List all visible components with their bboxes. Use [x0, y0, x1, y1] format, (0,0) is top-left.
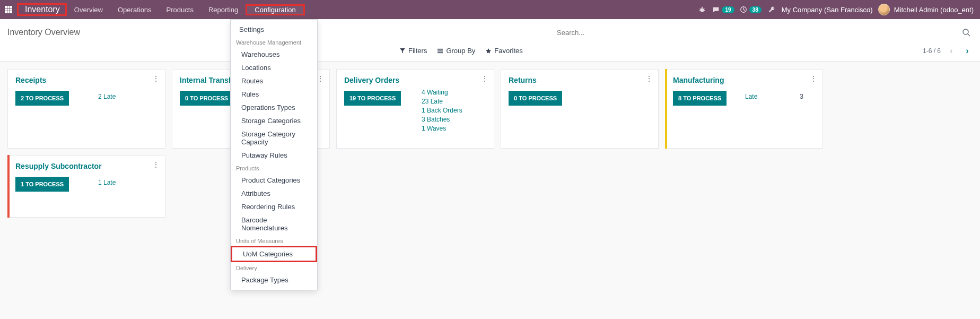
company-selector[interactable]: My Company (San Francisco) [782, 6, 873, 14]
late-link[interactable]: 1 Late [98, 179, 116, 186]
pager-text: 1-6 / 6 [923, 47, 941, 55]
dd-reordering-rules[interactable]: Reordering Rules [231, 200, 317, 213]
pager-prev[interactable]: ‹ [946, 46, 957, 56]
late-link[interactable]: 2 Late [98, 93, 116, 100]
svg-rect-6 [5, 11, 7, 13]
svg-line-17 [968, 34, 970, 36]
process-button[interactable]: 0 TO PROCESS [180, 91, 233, 106]
backorders-link[interactable]: 1 Back Orders [422, 107, 462, 114]
favorites-button[interactable]: Favorites [486, 47, 522, 55]
card-menu-icon[interactable]: ⋮ [152, 161, 160, 168]
dd-package-types[interactable]: Package Types [231, 273, 317, 287]
main-nav: Overview Operations Products Reporting C… [67, 0, 305, 19]
card-menu-icon[interactable]: ⋮ [645, 75, 653, 82]
dd-header-warehouse: Warehouse Management [231, 36, 317, 48]
page-title: Inventory Overview [7, 28, 80, 37]
batches-link[interactable]: 3 Batches [422, 116, 462, 123]
dd-uom-categories[interactable]: UoM Categories [231, 246, 317, 262]
brand-label[interactable]: Inventory [20, 3, 65, 16]
svg-rect-10 [702, 7, 703, 8]
card-menu-icon[interactable]: ⋮ [481, 75, 488, 82]
dd-header-products: Products [231, 162, 317, 174]
card-title[interactable]: Receipts [15, 76, 158, 84]
svg-rect-8 [10, 11, 12, 13]
dd-attributes[interactable]: Attributes [231, 187, 317, 200]
dd-barcode[interactable]: Barcode Nomenclatures [231, 213, 317, 235]
late-count: 3 [800, 93, 803, 100]
nav-products[interactable]: Products [159, 0, 201, 19]
brand-highlight: Inventory [17, 3, 67, 16]
card-returns: Returns ⋮ 0 TO PROCESS [501, 69, 659, 149]
dd-warehouses[interactable]: Warehouses [231, 48, 317, 61]
card-title[interactable]: Resupply Subcontractor [15, 162, 158, 170]
dd-product-categories[interactable]: Product Categories [231, 174, 317, 187]
filters-button[interactable]: Filters [400, 47, 427, 55]
groupby-button[interactable]: Group By [438, 47, 475, 55]
card-manufacturing: Manufacturing ⋮ 8 TO PROCESS Late 3 [665, 69, 823, 149]
waves-link[interactable]: 1 Waves [422, 125, 462, 132]
toolbar: Filters Group By Favorites 1-6 / 6 ‹ › [0, 40, 980, 62]
process-button[interactable]: 8 TO PROCESS [673, 91, 727, 106]
chat-count: 19 [722, 6, 734, 13]
card-title[interactable]: Manufacturing [673, 76, 815, 84]
dd-operations-types[interactable]: Operations Types [231, 101, 317, 114]
groupby-label: Group By [446, 47, 475, 55]
filters-label: Filters [408, 47, 427, 55]
search-icon[interactable] [960, 28, 973, 37]
svg-rect-2 [10, 6, 12, 8]
activity-count: 38 [749, 6, 762, 13]
process-button[interactable]: 1 TO PROCESS [15, 177, 69, 192]
late-link[interactable]: 23 Late [422, 98, 462, 105]
svg-rect-1 [7, 6, 10, 8]
apps-icon[interactable] [0, 0, 17, 19]
card-title[interactable]: Delivery Orders [344, 76, 486, 84]
svg-rect-19 [438, 50, 443, 51]
nav-configuration-highlight: Configuration [246, 4, 304, 15]
svg-point-9 [701, 8, 704, 12]
card-menu-icon[interactable]: ⋮ [317, 75, 324, 82]
nav-configuration[interactable]: Configuration [247, 6, 303, 14]
pager-next[interactable]: › [962, 46, 973, 56]
svg-rect-4 [7, 8, 10, 11]
card-delivery-orders: Delivery Orders ⋮ 19 TO PROCESS 4 Waitin… [336, 69, 494, 149]
dd-header-delivery: Delivery [231, 262, 317, 273]
svg-line-11 [700, 8, 701, 10]
nav-overview[interactable]: Overview [67, 0, 110, 19]
dd-storage-categories[interactable]: Storage Categories [231, 114, 317, 127]
topbar: Inventory Overview Operations Products R… [0, 0, 980, 19]
process-button[interactable]: 0 TO PROCESS [509, 91, 562, 106]
dd-settings[interactable]: Settings [231, 23, 317, 36]
svg-point-16 [963, 29, 968, 35]
search-input[interactable] [557, 28, 960, 37]
dd-putaway-rules[interactable]: Putaway Rules [231, 149, 317, 162]
configuration-dropdown: Settings Warehouse Management Warehouses… [230, 19, 318, 290]
svg-rect-20 [438, 52, 443, 53]
nav-operations[interactable]: Operations [110, 0, 159, 19]
wrench-icon[interactable] [767, 5, 776, 14]
dd-rules[interactable]: Rules [231, 88, 317, 101]
process-button[interactable]: 19 TO PROCESS [344, 91, 401, 106]
activity-badge[interactable]: 38 [740, 6, 762, 13]
kanban-board: Receipts ⋮ 2 TO PROCESS 2 Late Internal … [0, 62, 980, 225]
user-menu[interactable]: Mitchell Admin (odoo_ent) [878, 4, 974, 15]
topbar-right: 19 38 My Company (San Francisco) Mitchel… [697, 0, 980, 19]
dd-storage-capacity[interactable]: Storage Category Capacity [231, 127, 317, 149]
card-title[interactable]: Returns [509, 76, 651, 84]
svg-rect-7 [7, 11, 10, 13]
svg-rect-0 [5, 6, 7, 8]
subhead: Inventory Overview [0, 19, 980, 40]
card-receipts: Receipts ⋮ 2 TO PROCESS 2 Late [7, 69, 165, 149]
dd-locations[interactable]: Locations [231, 61, 317, 74]
late-link[interactable]: Late [745, 93, 757, 100]
waiting-link[interactable]: 4 Waiting [422, 89, 462, 96]
nav-reporting[interactable]: Reporting [201, 0, 246, 19]
dd-routes[interactable]: Routes [231, 74, 317, 88]
card-menu-icon[interactable]: ⋮ [152, 75, 160, 82]
bug-icon[interactable] [697, 5, 707, 14]
svg-rect-18 [438, 48, 443, 49]
svg-rect-3 [5, 8, 7, 11]
card-menu-icon[interactable]: ⋮ [810, 75, 817, 82]
chat-badge[interactable]: 19 [712, 6, 734, 13]
favorites-label: Favorites [494, 47, 522, 55]
process-button[interactable]: 2 TO PROCESS [15, 91, 69, 106]
